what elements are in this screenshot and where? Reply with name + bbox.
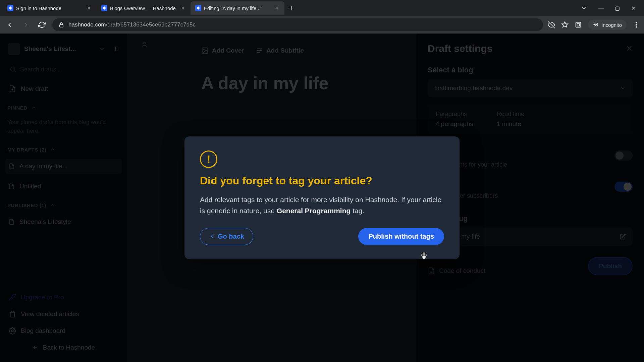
hashnode-icon	[195, 5, 201, 11]
svg-point-6	[636, 24, 637, 25]
browser-tab[interactable]: Blogs Overview — Hashnode ×	[97, 1, 191, 15]
svg-rect-2	[577, 23, 579, 26]
svg-point-4	[596, 24, 598, 26]
address-bar[interactable]: hashnode.com/draft/65713634e5ce69e2777c7…	[52, 18, 543, 31]
incognito-icon	[593, 22, 599, 28]
reload-button[interactable]	[36, 19, 48, 31]
browser-tab[interactable]: Sign in to Hashnode ×	[3, 1, 97, 15]
modal-overlay: ! Did you forget to tag your article? Ad…	[0, 34, 644, 362]
publish-without-tags-button[interactable]: Publish without tags	[358, 228, 444, 245]
forward-button[interactable]	[20, 19, 32, 31]
browser-tab-strip: Sign in to Hashnode × Blogs Overview — H…	[0, 0, 644, 16]
install-icon[interactable]	[575, 21, 582, 28]
hashnode-icon	[101, 5, 107, 11]
modal-title: Did you forget to tag your article?	[200, 175, 444, 187]
go-back-button[interactable]: Go back	[200, 228, 253, 245]
svg-point-5	[636, 22, 637, 23]
menu-icon[interactable]	[633, 21, 640, 28]
tab-title: Editing "A day in my life..."	[204, 5, 271, 11]
tag-reminder-modal: ! Did you forget to tag your article? Ad…	[184, 136, 460, 259]
new-tab-button[interactable]: +	[284, 4, 298, 12]
incognito-badge[interactable]: Incognito	[588, 20, 627, 30]
svg-rect-1	[576, 22, 581, 27]
close-icon[interactable]: ×	[273, 5, 280, 12]
close-icon[interactable]: ×	[179, 5, 186, 12]
url-host: hashnode.com	[68, 21, 106, 28]
close-icon[interactable]: ×	[86, 5, 92, 12]
url-path: /draft/65713634e5ce69e2777c7d5c	[106, 21, 196, 28]
eye-off-icon[interactable]	[548, 21, 555, 28]
hashnode-icon	[7, 5, 13, 11]
minimize-icon[interactable]: —	[597, 5, 605, 11]
warning-icon: !	[200, 150, 217, 168]
tab-title: Blogs Overview — Hashnode	[110, 5, 177, 11]
browser-tab-active[interactable]: Editing "A day in my life..." ×	[191, 1, 284, 15]
lock-icon	[58, 22, 64, 28]
maximize-icon[interactable]: ▢	[613, 5, 621, 11]
modal-body: Add relevant tags to your article for mo…	[200, 194, 444, 216]
svg-point-7	[636, 26, 637, 27]
chevron-down-icon[interactable]	[581, 5, 589, 11]
window-close-icon[interactable]: ✕	[629, 5, 637, 11]
star-icon[interactable]	[561, 21, 569, 28]
back-button[interactable]	[4, 19, 15, 31]
chevron-left-icon	[209, 233, 215, 239]
browser-toolbar: hashnode.com/draft/65713634e5ce69e2777c7…	[0, 16, 644, 34]
svg-point-3	[594, 24, 596, 26]
tab-title: Sign in to Hashnode	[16, 5, 83, 11]
svg-rect-0	[60, 24, 63, 27]
